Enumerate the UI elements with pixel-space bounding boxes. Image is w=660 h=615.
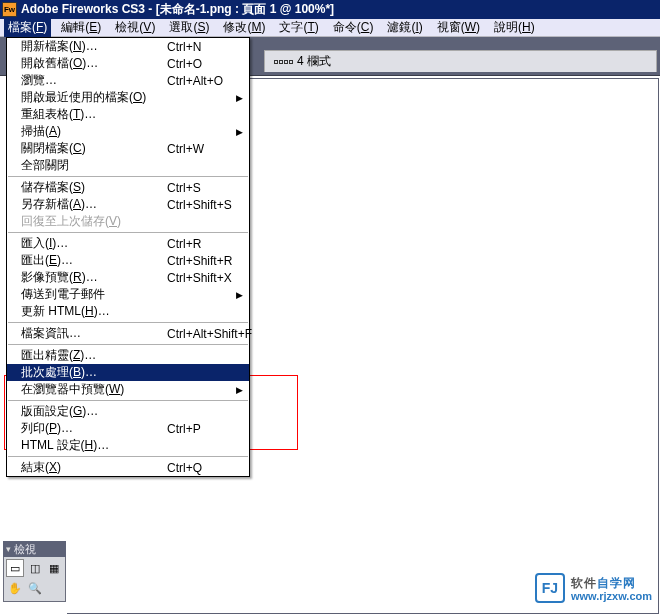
menu-item-結束[interactable]: 結束(X)Ctrl+Q [7, 459, 249, 476]
menu-檢視[interactable]: 檢視(V) [111, 18, 159, 37]
menu-item-批次處理[interactable]: 批次處理(B)… [7, 364, 249, 381]
grid-layout-icon [273, 60, 293, 64]
menu-item-匯入[interactable]: 匯入(I)…Ctrl+R [7, 235, 249, 252]
view-panel: ▾ 檢視 ▭ ◫ ▦ ✋ 🔍 [3, 541, 66, 602]
menu-item-版面設定[interactable]: 版面設定(G)… [7, 403, 249, 420]
menu-item-掃描[interactable]: 掃描(A)▶ [7, 123, 249, 140]
watermark-url: www.rjzxw.com [571, 590, 652, 602]
watermark: FJ 软件自学网 www.rjzxw.com [535, 573, 652, 603]
menu-item-更新 HTML[interactable]: 更新 HTML(H)… [7, 303, 249, 320]
window-title: Adobe Fireworks CS3 - [未命名-1.png : 頁面 1 … [21, 1, 334, 18]
menu-修改[interactable]: 修改(M) [219, 18, 269, 37]
menu-item-回復至上次儲存: 回復至上次儲存(V) [7, 213, 249, 230]
layout-icon-3[interactable]: ▦ [45, 559, 63, 577]
menu-item-開啟舊檔[interactable]: 開啟舊檔(O)…Ctrl+O [7, 55, 249, 72]
menu-item-儲存檔案[interactable]: 儲存檔案(S)Ctrl+S [7, 179, 249, 196]
menu-編輯[interactable]: 編輯(E) [57, 18, 105, 37]
menubar: 檔案(F)編輯(E)檢視(V)選取(S)修改(M)文字(T)命令(C)濾鏡(I)… [0, 19, 660, 37]
layout-icon-2[interactable]: ◫ [26, 559, 44, 577]
menu-separator [8, 176, 248, 177]
chevron-down-icon: ▾ [6, 544, 11, 554]
watermark-logo: FJ [535, 573, 565, 603]
layout-tabs[interactable]: 4 欄式 [264, 50, 657, 72]
panel-title: 檢視 [14, 542, 36, 557]
menu-item-開新檔案[interactable]: 開新檔案(N)…Ctrl+N [7, 38, 249, 55]
app-icon: Fw [2, 2, 17, 17]
panel-body: ▭ ◫ ▦ ✋ 🔍 [3, 557, 66, 602]
menu-說明[interactable]: 說明(H) [490, 18, 539, 37]
menu-separator [8, 456, 248, 457]
menu-separator [8, 322, 248, 323]
menu-檔案[interactable]: 檔案(F) [4, 18, 51, 37]
menu-separator [8, 400, 248, 401]
menu-選取[interactable]: 選取(S) [165, 18, 213, 37]
menu-item-重組表格[interactable]: 重組表格(T)… [7, 106, 249, 123]
menu-文字[interactable]: 文字(T) [275, 18, 322, 37]
zoom-tool-icon[interactable]: 🔍 [26, 579, 44, 597]
menu-item-另存新檔[interactable]: 另存新檔(A)…Ctrl+Shift+S [7, 196, 249, 213]
menu-item-列印[interactable]: 列印(P)…Ctrl+P [7, 420, 249, 437]
menu-separator [8, 344, 248, 345]
window-titlebar: Fw Adobe Fireworks CS3 - [未命名-1.png : 頁面… [0, 0, 660, 19]
menu-item-檔案資訊…[interactable]: 檔案資訊…Ctrl+Alt+Shift+F [7, 325, 249, 342]
file-menu-dropdown: 開新檔案(N)…Ctrl+N開啟舊檔(O)…Ctrl+O瀏覽…Ctrl+Alt+… [6, 37, 250, 477]
menu-濾鏡[interactable]: 濾鏡(I) [383, 18, 426, 37]
menu-item-匯出[interactable]: 匯出(E)…Ctrl+Shift+R [7, 252, 249, 269]
menu-item-影像預覽[interactable]: 影像預覽(R)…Ctrl+Shift+X [7, 269, 249, 286]
menu-item-傳送到電子郵件[interactable]: 傳送到電子郵件▶ [7, 286, 249, 303]
hand-tool-icon[interactable]: ✋ [6, 579, 24, 597]
menu-item-HTML 設定[interactable]: HTML 設定(H)… [7, 437, 249, 454]
menu-item-在瀏覽器中預覽[interactable]: 在瀏覽器中預覽(W)▶ [7, 381, 249, 398]
menu-item-全部關閉[interactable]: 全部關閉 [7, 157, 249, 174]
menu-視窗[interactable]: 視窗(W) [433, 18, 484, 37]
menu-separator [8, 232, 248, 233]
menu-item-瀏覽…[interactable]: 瀏覽…Ctrl+Alt+O [7, 72, 249, 89]
menu-item-關閉檔案[interactable]: 關閉檔案(C)Ctrl+W [7, 140, 249, 157]
menu-item-開啟最近使用的檔案[interactable]: 開啟最近使用的檔案(O)▶ [7, 89, 249, 106]
tab-label: 4 欄式 [297, 53, 331, 70]
layout-icon-1[interactable]: ▭ [6, 559, 24, 577]
panel-header[interactable]: ▾ 檢視 [3, 541, 66, 557]
menu-item-匯出精靈[interactable]: 匯出精靈(Z)… [7, 347, 249, 364]
watermark-text: 软件自学网 [571, 574, 652, 591]
menu-命令[interactable]: 命令(C) [329, 18, 378, 37]
